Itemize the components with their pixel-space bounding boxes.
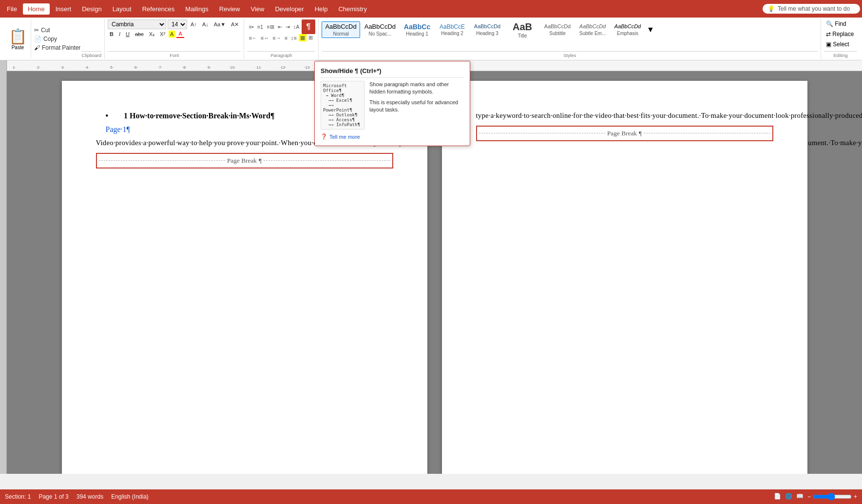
subscript-button[interactable]: X₂ <box>147 31 156 38</box>
menu-view[interactable]: View <box>246 3 269 15</box>
menu-review[interactable]: Review <box>214 3 245 15</box>
para-mark-break: ¶ <box>259 156 262 166</box>
justify-button[interactable]: ≡ <box>283 35 289 41</box>
copy-button[interactable]: 📄 Copy <box>33 35 81 43</box>
break2-line-right <box>644 133 770 133</box>
strikethrough-button[interactable]: abc <box>133 31 146 37</box>
line-spacing-button[interactable]: ↕≡ <box>289 35 298 41</box>
tooltip-description: Show paragraph marks and other hidden fo… <box>369 81 464 130</box>
select-button[interactable]: ▣ Select <box>824 40 857 49</box>
style-h3-preview: AaBbCcDd <box>474 23 500 30</box>
menu-references[interactable]: References <box>137 3 179 15</box>
select-label: Select <box>833 41 849 48</box>
page2-body-top: type·a·keyword·to·search·online·for·the·… <box>476 110 773 121</box>
format-painter-label: Format Painter <box>42 44 80 51</box>
menu-developer[interactable]: Developer <box>270 3 308 15</box>
cut-button[interactable]: ✂ Cut <box>33 26 81 34</box>
view-read-icon[interactable]: 📖 <box>796 493 804 501</box>
menu-file[interactable]: File <box>2 3 22 15</box>
sort-button[interactable]: ↕A <box>292 23 301 30</box>
increase-font-button[interactable]: A↑ <box>189 21 199 28</box>
menu-home[interactable]: Home <box>23 3 50 15</box>
menu-help[interactable]: Help <box>310 3 333 15</box>
replace-button[interactable]: ⇄ Replace <box>824 30 857 38</box>
zoom-out-icon[interactable]: − <box>807 493 811 500</box>
text-highlight-button[interactable]: A <box>169 31 175 37</box>
style-subtle-em[interactable]: AaBbCcDd Subtle Em... <box>575 22 610 37</box>
tooltip-desc-2: This is especially useful for advanced l… <box>369 99 464 114</box>
cut-label: Cut <box>41 27 50 34</box>
style-heading1[interactable]: AaBbCc Heading 1 <box>400 21 434 38</box>
bullets-button[interactable]: ≡• <box>247 23 255 30</box>
clear-format-button[interactable]: A✕ <box>229 21 241 28</box>
align-left-button[interactable]: ≡← <box>247 35 258 41</box>
tooltip-preview-image: Microsoft Office¶ → Word¶ →→ Excel¶ →→ P… <box>321 81 364 130</box>
clipboard-group: 📋 Paste ✂ Cut 📄 Copy 🖌 Format Painter Cl… <box>2 19 105 59</box>
menu-mailings[interactable]: Mailings <box>180 3 213 15</box>
align-center-button[interactable]: ≡↔ <box>259 35 270 41</box>
numbering-button[interactable]: ≡1 <box>256 23 265 30</box>
font-name-select[interactable]: Cambria <box>108 19 166 29</box>
page-2: type·a·keyword·to·search·online·for·the·… <box>442 81 807 474</box>
page2-break-text: Page Break <box>607 129 637 138</box>
style-no-space[interactable]: AaBbCcDd No Spac... <box>361 21 399 38</box>
change-case-button[interactable]: Aa▼ <box>212 21 228 28</box>
show-hide-button[interactable]: ¶ <box>302 19 316 34</box>
superscript-button[interactable]: X² <box>158 31 167 37</box>
paste-button[interactable]: 📋 Paste <box>5 19 31 58</box>
decrease-font-button[interactable]: A↓ <box>200 21 211 28</box>
multilevel-button[interactable]: ≡⊞ <box>265 23 275 31</box>
tell-me-bar[interactable]: 💡 Tell me what you want to do <box>763 4 860 14</box>
menu-layout[interactable]: Layout <box>108 3 136 15</box>
align-right-button[interactable]: ≡→ <box>271 35 282 41</box>
clipboard-label: Clipboard <box>81 51 101 58</box>
page2-break: Page Break ¶ <box>476 126 773 141</box>
underline-button[interactable]: U <box>124 31 132 37</box>
styles-label: Styles <box>322 51 818 58</box>
zoom-slider[interactable]: − + <box>807 493 857 501</box>
font-color-button[interactable]: A <box>176 30 184 38</box>
style-title-label: Title <box>518 33 527 38</box>
increase-indent-button[interactable]: ⇥ <box>284 23 291 31</box>
find-button[interactable]: 🔍 Find <box>824 19 857 28</box>
style-em-label: Emphasis <box>617 31 638 36</box>
menu-insert[interactable]: Insert <box>51 3 77 15</box>
style-emphasis[interactable]: AaBbCcDd Emphasis <box>611 22 645 37</box>
editing-group: 🔍 Find ⇄ Replace ▣ Select Editing <box>821 19 860 59</box>
copy-icon: 📄 <box>34 36 41 42</box>
paste-label: Paste <box>12 45 24 50</box>
font-size-select[interactable]: 14 <box>168 19 187 29</box>
menu-chemistry[interactable]: Chemistry <box>333 3 372 15</box>
decrease-indent-button[interactable]: ⇤ <box>276 23 284 31</box>
bold-button[interactable]: B <box>108 31 115 37</box>
clipboard-actions: ✂ Cut 📄 Copy 🖌 Format Painter <box>33 19 81 58</box>
zoom-in-icon[interactable]: + <box>854 493 857 500</box>
style-em-preview: AaBbCcDd <box>614 23 641 30</box>
menu-design[interactable]: Design <box>77 3 106 15</box>
view-web-icon[interactable]: 🌐 <box>785 493 792 501</box>
style-title[interactable]: AaB Title <box>505 19 539 40</box>
styles-scroll-button[interactable]: ▼ <box>646 24 655 35</box>
learn-more-link[interactable]: ❓ Tell me more <box>321 133 464 140</box>
font-group: Cambria 14 A↑ A↓ Aa▼ A✕ B I U abc X₂ X² … <box>105 19 244 59</box>
style-normal[interactable]: AaBbCcDd Normal <box>322 21 360 38</box>
paste-icon: 📋 <box>9 28 27 45</box>
shading-button[interactable]: ▦ <box>299 34 306 41</box>
para-mark-break2: ¶ <box>639 129 642 138</box>
style-title-preview: AaB <box>513 21 532 33</box>
style-nospace-label: No Spac... <box>369 31 392 37</box>
view-print-icon[interactable]: 📄 <box>774 493 781 501</box>
page-2-content: type·a·keyword·to·search·online·for·the·… <box>476 110 773 141</box>
font-label: Font <box>108 51 241 58</box>
style-subtitle[interactable]: AaBbCcDd Subtitle <box>540 22 575 37</box>
format-painter-button[interactable]: 🖌 Format Painter <box>33 44 81 52</box>
editing-label: Editing <box>824 51 857 58</box>
zoom-range[interactable] <box>813 493 852 501</box>
style-heading3[interactable]: AaBbCcDd Heading 3 <box>470 22 504 37</box>
style-heading2[interactable]: AaBbCcE Heading 2 <box>435 22 469 37</box>
cut-icon: ✂ <box>34 27 39 34</box>
italic-button[interactable]: I <box>117 31 122 37</box>
borders-button[interactable]: ⊞ <box>307 34 314 41</box>
ruler-left-margin <box>0 60 7 71</box>
break2-line-left <box>479 133 605 133</box>
